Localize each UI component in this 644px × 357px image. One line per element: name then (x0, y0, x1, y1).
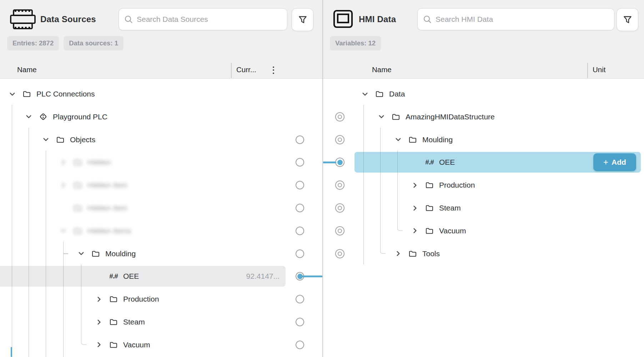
chevron-down-icon[interactable] (394, 135, 402, 144)
tree-row-moulding[interactable]: Moulding (0, 243, 323, 264)
tree-node-label: Data (389, 90, 405, 98)
data-sources-panel: Data Sources Entries: 2872 Data sources:… (0, 0, 323, 357)
chevron-right-icon[interactable] (95, 318, 103, 326)
connect-radio[interactable] (296, 227, 304, 235)
connect-target[interactable] (335, 226, 344, 235)
partial-connection-line (11, 347, 12, 357)
folder-icon (91, 249, 100, 258)
badges-row: Entries: 2872 Data sources: 1 (7, 36, 124, 50)
tree-node-label: PLC Connections (36, 90, 95, 98)
connect-target[interactable] (335, 135, 344, 144)
connect-target[interactable] (335, 249, 344, 258)
folder-icon (425, 180, 434, 190)
connect-target[interactable] (335, 203, 344, 213)
connect-radio[interactable] (296, 295, 304, 303)
tree-row-data[interactable]: Data (323, 84, 644, 104)
tree-guide (46, 150, 46, 357)
tree-row-redacted[interactable]: Hidden item (0, 175, 323, 195)
tree-node-label: Steam (123, 318, 145, 326)
connect-radio[interactable] (296, 135, 304, 144)
tree-row-redacted[interactable]: Hidden item (0, 198, 323, 218)
chevron-down-icon[interactable] (41, 135, 50, 144)
tree-guide (397, 150, 398, 224)
tree-row-production[interactable]: Production (0, 289, 323, 309)
chevron-right-icon[interactable] (95, 295, 103, 303)
plc-device-icon (39, 112, 48, 122)
tree-row-plc-connections[interactable]: PLC Connections (0, 84, 323, 104)
chevron-down-icon[interactable] (59, 227, 67, 235)
chevron-right-icon[interactable] (411, 227, 419, 235)
tree-node-label: Moulding (105, 249, 136, 258)
funnel-icon (623, 15, 633, 25)
column-header-current: Curr... (236, 65, 256, 74)
search-input[interactable] (436, 15, 609, 24)
tree-row-steam[interactable]: Steam (0, 312, 323, 332)
connect-radio[interactable] (296, 318, 304, 326)
folder-icon (109, 340, 118, 349)
tree-row-steam[interactable]: Steam (323, 198, 644, 218)
chevron-right-icon[interactable] (59, 158, 67, 167)
tree-row-oee[interactable]: #.#OEE+Add (323, 152, 644, 173)
connect-target[interactable] (335, 180, 344, 190)
folder-icon (425, 203, 434, 213)
tree-node-label: Steam (439, 204, 461, 212)
tree-guide-tick (64, 253, 68, 254)
filter-button[interactable] (292, 8, 313, 31)
tree-node-label: Hidden item (87, 204, 127, 212)
chevron-down-icon[interactable] (8, 90, 16, 98)
tree-row-redacted[interactable]: Hidden items (0, 220, 323, 241)
chevron-right-icon[interactable] (411, 181, 419, 189)
tree-row-amazinghmidatastructure[interactable]: AmazingHMIDataStructure (323, 106, 644, 127)
search-input[interactable] (137, 15, 282, 24)
numeric-tag-icon: #.# (425, 158, 434, 167)
chevron-right-icon[interactable] (59, 181, 67, 189)
connection-line (323, 162, 336, 163)
folder-icon (73, 158, 82, 167)
chevron-down-icon[interactable] (24, 113, 33, 121)
tree-row-vacuum[interactable]: Vacuum (0, 334, 323, 355)
connect-radio[interactable] (296, 181, 304, 189)
search-icon (423, 15, 432, 24)
connect-target[interactable] (335, 112, 344, 122)
tree-row-vacuum[interactable]: Vacuum (323, 220, 644, 241)
tree-row-oee[interactable]: #.#OEE92.4147... (0, 266, 323, 287)
folder-icon (109, 317, 118, 327)
chevron-right-icon[interactable] (394, 249, 402, 258)
tree-node-label: Production (123, 295, 159, 303)
tree-node-label: AmazingHMIDataStructure (406, 113, 495, 121)
tree-node-label: Objects (70, 135, 95, 144)
connect-radio[interactable] (296, 249, 304, 258)
chevron-spacer (95, 272, 103, 281)
tree-row-playground-plc[interactable]: Playground PLC (0, 106, 323, 127)
funnel-icon (298, 15, 308, 25)
tree-guide-elbow (81, 338, 86, 345)
chevron-right-icon[interactable] (95, 341, 103, 349)
kebab-menu-icon[interactable] (269, 65, 278, 75)
folder-icon (56, 135, 65, 144)
plc-module-icon (10, 9, 36, 30)
tree-row-production[interactable]: Production (323, 175, 644, 195)
tree-row-redacted[interactable]: Hidden (0, 152, 323, 173)
tree-node-label: Vacuum (123, 341, 150, 349)
tree-node-label: Vacuum (439, 227, 466, 235)
connect-radio[interactable] (296, 204, 304, 212)
chevron-down-icon[interactable] (77, 249, 85, 258)
tree-row-objects[interactable]: Objects (0, 129, 323, 150)
tree-row-tools[interactable]: Tools (323, 243, 644, 264)
chevron-down-icon[interactable] (361, 90, 369, 98)
chevron-down-icon[interactable] (377, 113, 386, 121)
column-separator (587, 63, 588, 78)
entries-badge: Entries: 2872 (7, 36, 59, 50)
badges-row: Variables: 12 (330, 36, 381, 50)
connect-radio[interactable] (296, 341, 304, 349)
folder-icon (22, 89, 31, 99)
tree-row-moulding[interactable]: Moulding (323, 129, 644, 150)
panel-divider (322, 0, 323, 357)
tree-node-label: OEE (123, 272, 139, 281)
folder-icon (73, 180, 82, 190)
filter-button[interactable] (617, 8, 638, 31)
add-button[interactable]: +Add (593, 153, 636, 171)
chevron-right-icon[interactable] (411, 204, 419, 212)
tree-guide (363, 105, 364, 264)
connection-line (302, 276, 323, 277)
